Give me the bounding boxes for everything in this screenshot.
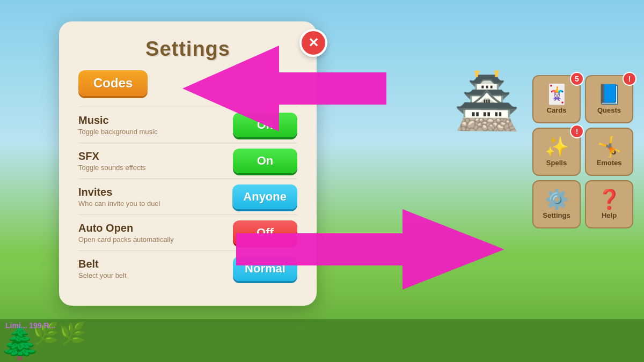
right-panel: 🃏Cards5📘Quests!✨Spells!🤸Emotes⚙️Settings… (532, 75, 633, 228)
cards-label: Cards (547, 106, 567, 114)
cards-badge: 5 (570, 72, 584, 86)
icon-spells[interactable]: ✨Spells! (532, 128, 581, 176)
setting-label-4: Belt (78, 258, 233, 270)
icon-help[interactable]: ❓Help (585, 180, 633, 228)
bottom-left-text: Limi... 199 R... (5, 321, 55, 330)
setting-desc-2: Who can invite you to duel (78, 200, 232, 208)
setting-desc-1: Toggle sounds effects (78, 164, 233, 172)
quests-label: Quests (597, 106, 621, 114)
setting-label-1: SFX (78, 150, 233, 162)
settings-icon: ⚙️ (545, 190, 569, 209)
codes-button[interactable]: Codes (78, 70, 148, 96)
svg-marker-0 (182, 46, 386, 131)
quests-badge: ! (623, 72, 636, 86)
icon-emotes[interactable]: 🤸Emotes (585, 128, 633, 176)
icon-cards[interactable]: 🃏Cards5 (532, 75, 581, 123)
svg-marker-1 (236, 209, 504, 290)
setting-btn-sfx[interactable]: On (233, 149, 297, 173)
emotes-icon: 🤸 (597, 137, 621, 157)
setting-label-3: Auto Open (78, 222, 233, 234)
setting-desc-4: Select your belt (78, 271, 233, 279)
spells-label: Spells (546, 159, 567, 167)
spells-badge: ! (570, 124, 584, 138)
help-icon: ❓ (597, 190, 621, 209)
icon-settings[interactable]: ⚙️Settings (532, 180, 581, 228)
help-label: Help (602, 211, 617, 219)
emotes-label: Emotes (597, 159, 622, 167)
cards-icon: 🃏 (545, 85, 569, 104)
house-decoration: 🏯 (453, 70, 521, 133)
setting-btn-invites[interactable]: Anyone (232, 184, 297, 209)
ground-dark (0, 319, 644, 362)
setting-label-2: Invites (78, 186, 232, 198)
arrow-left (182, 46, 386, 131)
setting-row-sfx: SFXToggle sounds effectsOn (78, 143, 297, 179)
icon-quests[interactable]: 📘Quests! (585, 75, 633, 123)
settings-label: Settings (543, 211, 570, 219)
spells-icon: ✨ (545, 137, 569, 157)
setting-desc-3: Open card packs automatically (78, 235, 233, 243)
quests-icon: 📘 (597, 85, 621, 104)
arrow-right (236, 209, 504, 290)
